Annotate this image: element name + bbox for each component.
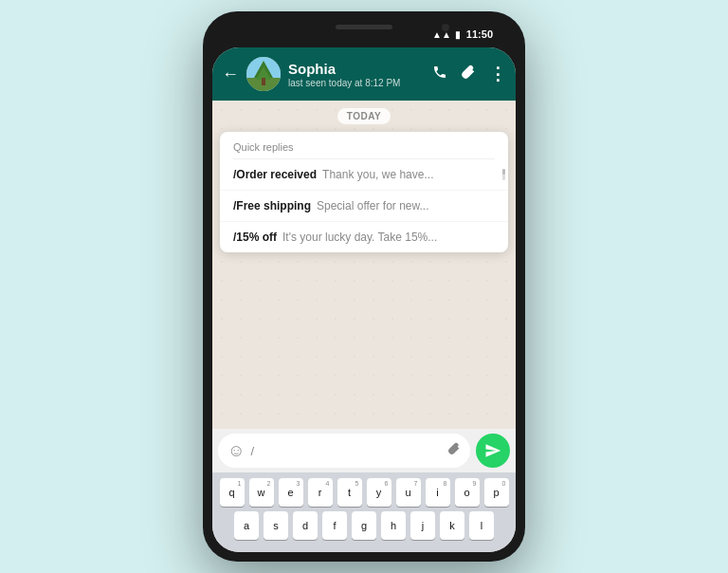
key-s[interactable]: s	[264, 511, 288, 540]
keyboard-row-1: 1q 2w 3e 4r 5t 6y 7u 8i 9o 0p	[216, 478, 512, 507]
paperclip-icon[interactable]	[461, 65, 476, 83]
key-p[interactable]: 0p	[484, 478, 509, 507]
quick-reply-item-2[interactable]: /Free shipping Special offer for new...	[220, 191, 508, 222]
svg-rect-4	[262, 78, 265, 85]
date-badge: TODAY	[337, 108, 391, 124]
key-h[interactable]: h	[381, 511, 406, 540]
emoji-icon[interactable]: ☺	[228, 441, 245, 461]
back-button[interactable]: ←	[222, 65, 239, 84]
input-area: ☺ /	[212, 429, 516, 472]
key-r[interactable]: 4r	[308, 478, 333, 507]
key-y[interactable]: 6y	[367, 478, 391, 507]
more-icon[interactable]: ⋮	[489, 64, 506, 84]
input-box[interactable]: ☺ /	[218, 434, 470, 468]
contact-name: Sophia	[288, 61, 425, 78]
avatar	[246, 57, 281, 91]
phone-frame: ▲▲ ▮ 11:50 ← Sop	[203, 11, 525, 562]
key-q[interactable]: 1q	[220, 478, 245, 507]
key-e[interactable]: 3e	[279, 478, 303, 507]
key-i[interactable]: 8i	[426, 478, 450, 507]
attach-icon[interactable]	[447, 442, 461, 459]
key-o[interactable]: 9o	[455, 478, 480, 507]
shortcut-2: /Free shipping	[233, 199, 311, 213]
preview-3: It's your lucky day. Take 15%...	[282, 231, 437, 244]
phone-screen: ← Sophia last seen today at 8:12 PM	[212, 47, 516, 552]
input-text[interactable]: /	[250, 444, 442, 458]
send-button[interactable]	[476, 434, 510, 468]
scrollbar-thumb	[502, 169, 505, 175]
battery-icon: ▮	[455, 29, 461, 40]
quick-reply-item-1[interactable]: /Order received Thank you, we have...	[220, 159, 508, 191]
phone-speaker	[336, 25, 392, 29]
key-a[interactable]: a	[234, 511, 259, 540]
key-l[interactable]: l	[469, 511, 494, 540]
keyboard-row-2: a s d f g h j k l	[216, 511, 512, 540]
call-icon[interactable]	[432, 65, 447, 83]
wifi-icon: ▲▲	[432, 29, 451, 40]
header-icons: ⋮	[432, 64, 506, 84]
quick-replies-popup: Quick replies /Order received Thank you,…	[220, 132, 508, 252]
status-icons: ▲▲ ▮ 11:50	[425, 28, 500, 40]
preview-1: Thank you, we have...	[322, 168, 433, 181]
shortcut-3: /15% off	[233, 231, 277, 244]
key-k[interactable]: k	[440, 511, 464, 540]
avatar-image	[246, 57, 281, 91]
key-g[interactable]: g	[352, 511, 376, 540]
key-j[interactable]: j	[410, 511, 435, 540]
scrollbar	[502, 169, 505, 180]
chat-header: ← Sophia last seen today at 8:12 PM	[212, 47, 516, 101]
key-t[interactable]: 5t	[337, 478, 362, 507]
preview-2: Special offer for new...	[317, 199, 429, 213]
key-w[interactable]: 2w	[249, 478, 274, 507]
contact-status: last seen today at 8:12 PM	[288, 78, 425, 88]
chat-area: TODAY Quick replies /Order received Than…	[212, 101, 516, 429]
contact-info: Sophia last seen today at 8:12 PM	[288, 61, 425, 88]
key-u[interactable]: 7u	[396, 478, 421, 507]
phone-camera	[442, 24, 449, 31]
key-f[interactable]: f	[322, 511, 347, 540]
chat-content: TODAY Quick replies /Order received Than…	[212, 101, 516, 429]
quick-reply-item-3[interactable]: /15% off It's your lucky day. Take 15%..…	[220, 222, 508, 252]
quick-replies-header: Quick replies	[220, 132, 508, 158]
shortcut-1: /Order received	[233, 168, 317, 181]
time-display: 11:50	[466, 28, 493, 40]
keyboard: 1q 2w 3e 4r 5t 6y 7u 8i 9o 0p a s d f g …	[212, 472, 516, 552]
key-d[interactable]: d	[293, 511, 318, 540]
